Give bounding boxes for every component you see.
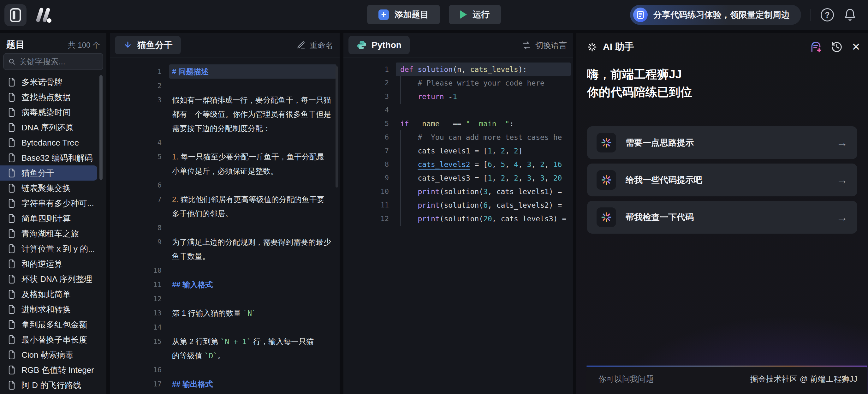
description-line: 都有一个等级值。你作为管理员有很多鱼干但是 bbox=[110, 107, 340, 121]
description-line: 6 bbox=[110, 178, 340, 192]
description-line: 鱼干数量。 bbox=[110, 249, 340, 263]
ai-header-icons: ✕ bbox=[810, 41, 861, 53]
question-label: DNA 序列还原 bbox=[22, 122, 73, 133]
description-text: # 问题描述 bbox=[172, 67, 209, 77]
switch-language-button[interactable]: 切换语言 bbox=[522, 33, 567, 57]
help-icon[interactable]: ? bbox=[820, 8, 834, 22]
sidebar-question-item[interactable]: 青海湖租车之旅 bbox=[0, 226, 106, 241]
sidebar-question-item[interactable]: 字符串有多少种可... bbox=[0, 196, 106, 211]
top-bar: + 添加题目 运行 分享代码练习体验，领限量定制周边 ? bbox=[0, 0, 868, 30]
question-label: 环状 DNA 序列整理 bbox=[22, 274, 92, 285]
code-line: 1def solution(n, cats_levels): bbox=[343, 62, 573, 76]
question-label: 最小替换子串长度 bbox=[22, 334, 87, 345]
description-line: 1# 问题描述 bbox=[110, 64, 340, 79]
line-number: 15 bbox=[110, 337, 172, 345]
search-box[interactable] bbox=[3, 53, 103, 70]
suggestion-label: 需要一点思路提示 bbox=[626, 137, 694, 148]
question-label: 进制求和转换 bbox=[22, 304, 71, 315]
code-text: print(solution(20, cats_levels3) = bbox=[400, 215, 566, 223]
file-icon bbox=[7, 290, 16, 299]
line-number: 10 bbox=[110, 267, 172, 274]
ai-header: AI 助手 ✕ bbox=[587, 40, 861, 53]
sidebar-title: 题目 bbox=[6, 38, 25, 51]
sidebar-question-item[interactable]: 查找热点数据 bbox=[0, 90, 106, 105]
sidebar-question-item[interactable]: 阿 D 的飞行路线 bbox=[0, 377, 106, 393]
code-line: 5if __name__ == "__main__": bbox=[343, 117, 573, 130]
sidebar-question-item[interactable]: 环状 DNA 序列整理 bbox=[0, 272, 106, 287]
line-number: 1 bbox=[343, 65, 400, 73]
description-text: 的等级值 `D`。 bbox=[172, 351, 225, 361]
code-text: # You can add more test cases he bbox=[400, 133, 562, 142]
line-number: 16 bbox=[110, 366, 172, 374]
question-label: 和的逆运算 bbox=[22, 259, 62, 270]
ai-question-input[interactable] bbox=[598, 374, 744, 384]
sidebar-question-item[interactable]: Base32 编码和解码 bbox=[0, 150, 106, 165]
add-question-button[interactable]: + 添加题目 bbox=[367, 5, 440, 24]
sidebar-question-item[interactable]: 和的逆运算 bbox=[0, 256, 106, 272]
suggestion-label: 给我一些代码提示吧 bbox=[626, 174, 702, 186]
sidebar-question-item[interactable]: 拿到最多红包金额 bbox=[0, 317, 106, 332]
ai-chat-input-box[interactable]: 掘金技术社区 @ 前端工程狮JJ bbox=[586, 366, 867, 394]
run-button[interactable]: 运行 bbox=[449, 5, 501, 24]
sidebar-question-item[interactable]: 病毒感染时间 bbox=[0, 105, 106, 120]
sidebar-question-item[interactable]: 猫鱼分干 bbox=[0, 165, 97, 181]
description-scrollbar[interactable] bbox=[336, 66, 338, 187]
sparkle-icon bbox=[587, 42, 597, 52]
question-label: 青海湖租车之旅 bbox=[22, 228, 79, 239]
code-text: cats_levels3 = [1, 2, 2, 3, 3, 20 bbox=[400, 174, 562, 182]
line-number: 4 bbox=[110, 139, 172, 147]
line-number: 14 bbox=[110, 323, 172, 331]
sidebar-question-item[interactable]: 进制求和转换 bbox=[0, 302, 106, 317]
sidebar-question-item[interactable]: Cion 勒索病毒 bbox=[0, 347, 106, 362]
code-line: 3 return -1 bbox=[343, 90, 573, 103]
search-input[interactable] bbox=[19, 57, 98, 66]
description-line: 51. 每一只猫至少要分配一斤鱼干，鱼干分配最 bbox=[110, 150, 340, 164]
greeting-line1: 嗨，前端工程狮JJ bbox=[587, 66, 692, 83]
question-label: 病毒感染时间 bbox=[22, 107, 71, 118]
notification-bell-icon[interactable] bbox=[843, 8, 857, 22]
line-number: 13 bbox=[110, 309, 172, 317]
description-line: 2 bbox=[110, 79, 340, 93]
topbar-right: 分享代码练习体验，领限量定制周边 ? bbox=[630, 5, 866, 25]
sidebar-question-item[interactable]: 及格如此简单 bbox=[0, 287, 106, 302]
language-tab[interactable]: Python bbox=[348, 36, 410, 54]
share-campaign-banner[interactable]: 分享代码练习体验，领限量定制周边 bbox=[630, 5, 801, 25]
ai-suggestion-card[interactable]: 给我一些代码提示吧→ bbox=[587, 163, 857, 196]
close-icon[interactable]: ✕ bbox=[851, 42, 861, 52]
sidebar-question-item[interactable]: 链表聚集交换 bbox=[0, 181, 106, 196]
ai-suggestion-card[interactable]: 需要一点思路提示→ bbox=[587, 126, 857, 159]
problem-description-editor[interactable]: 1# 问题描述23假如有一群猫排成一行，要分配鱼干，每一只猫都有一个等级值。你作… bbox=[110, 58, 340, 394]
ai-suggestion-list: 需要一点思路提示→给我一些代码提示吧→帮我检查一下代码→ bbox=[587, 126, 857, 234]
file-icon bbox=[7, 108, 16, 117]
sidebar-header: 题目 共 100 个 bbox=[0, 33, 106, 51]
line-number: 7 bbox=[343, 147, 400, 155]
sidebar-question-item[interactable]: DNA 序列还原 bbox=[0, 120, 106, 135]
description-line: 小单位是斤，必须保证是整数。 bbox=[110, 164, 340, 178]
sidebar-question-item[interactable]: 计算位置 x 到 y 的... bbox=[0, 241, 106, 256]
sidebar-question-item[interactable]: 最小替换子串长度 bbox=[0, 332, 106, 347]
rename-button[interactable]: 重命名 bbox=[297, 33, 333, 57]
sidebar-question-item[interactable]: Bytedance Tree bbox=[0, 135, 106, 150]
code-line: 2 # Please write your code here bbox=[343, 76, 573, 90]
suggestion-label: 帮我检查一下代码 bbox=[626, 212, 694, 223]
sidebar-question-item[interactable]: 多米诺骨牌 bbox=[0, 74, 106, 90]
new-chat-icon[interactable] bbox=[810, 41, 822, 53]
sidebar-toggle-button[interactable] bbox=[4, 4, 27, 26]
play-icon bbox=[460, 10, 467, 19]
sidebar-question-item[interactable]: 简单四则计算 bbox=[0, 211, 106, 226]
problem-tab[interactable]: 猫鱼分干 bbox=[115, 36, 181, 54]
description-text: 假如有一群猫排成一行，要分配鱼干，每一只猫 bbox=[172, 95, 331, 105]
history-icon[interactable] bbox=[831, 41, 843, 53]
description-line: 11## 输入格式 bbox=[110, 277, 340, 292]
description-line: 72. 猫比他们邻居有更高等级值的分配的鱼干要 bbox=[110, 192, 340, 207]
ai-title: AI 助手 bbox=[603, 40, 634, 53]
sidebar-question-item[interactable]: RGB 色值转 Integer bbox=[0, 362, 106, 377]
description-text: 都有一个等级值。你作为管理员有很多鱼干但是 bbox=[172, 109, 331, 119]
file-icon bbox=[7, 244, 16, 253]
ai-suggestion-card[interactable]: 帮我检查一下代码→ bbox=[587, 201, 857, 234]
code-editor[interactable]: 1def solution(n, cats_levels):2 # Please… bbox=[343, 58, 573, 225]
code-line: 7 cats_levels1 = [1, 2, 2] bbox=[343, 144, 573, 157]
sidebar-scrollbar[interactable] bbox=[99, 75, 102, 180]
code-text: cats_levels1 = [1, 2, 2] bbox=[400, 147, 523, 155]
code-text: print(solution(3, cats_levels1) = bbox=[400, 187, 562, 196]
